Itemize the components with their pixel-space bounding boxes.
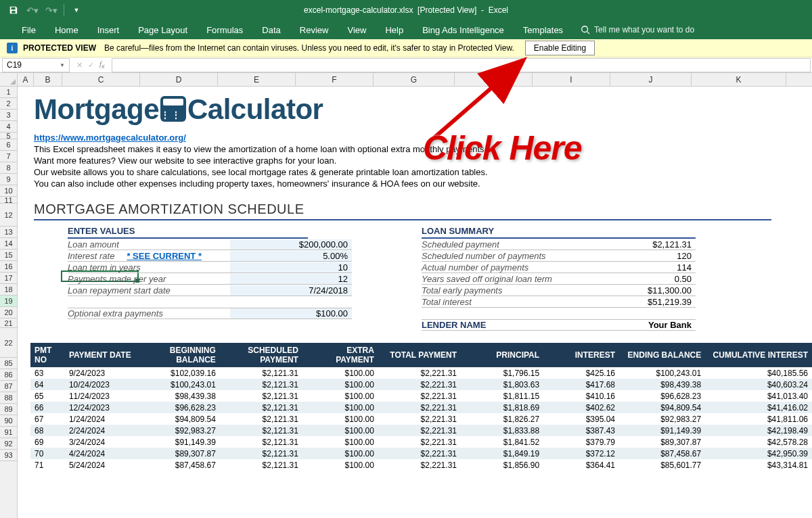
protected-label: PROTECTED VIEW xyxy=(23,43,96,53)
undo-icon[interactable]: ↶▾ xyxy=(24,2,41,18)
row-header-90[interactable]: 90 xyxy=(0,415,17,427)
cancel-icon[interactable]: ✕ xyxy=(76,61,83,70)
table-row[interactable]: 715/24/2024$87,458.67$2,121.31$100.00$2,… xyxy=(30,459,812,471)
row-header-89[interactable]: 89 xyxy=(0,404,17,415)
row-header-22[interactable]: 22 xyxy=(0,328,17,358)
col-header-J[interactable]: J xyxy=(610,73,692,86)
see-current-link[interactable]: * SEE CURRENT * xyxy=(127,251,202,261)
table-row[interactable]: 704/24/2024$89,307.87$2,121.31$100.00$2,… xyxy=(30,448,812,459)
col-header-E[interactable]: E xyxy=(218,73,296,86)
name-box[interactable]: C19▼ xyxy=(2,58,70,72)
qat-customize-icon[interactable]: ▼ xyxy=(68,2,85,18)
ribbon-tab-file[interactable]: File xyxy=(12,21,45,39)
summary-row-5: Total interest$51,219.39 xyxy=(422,296,696,308)
enable-editing-button[interactable]: Enable Editing xyxy=(525,41,595,55)
col-header-K[interactable]: K xyxy=(692,73,786,86)
row-header-16[interactable]: 16 xyxy=(0,261,17,273)
row-header-10[interactable]: 10 xyxy=(0,185,17,197)
col-header-A[interactable]: A xyxy=(18,73,34,86)
enter-row-0: Loan amount$200,000.00 xyxy=(68,239,352,250)
table-row[interactable]: 6410/24/2023$100,243.01$2,121.31$100.00$… xyxy=(30,379,812,390)
col-header-C[interactable]: C xyxy=(62,73,140,86)
table-row[interactable]: 6511/24/2023$98,439.38$2,121.31$100.00$2… xyxy=(30,390,812,402)
worksheet[interactable]: MortgageCalculator https://www.mortgagec… xyxy=(18,87,812,518)
row-header-87[interactable]: 87 xyxy=(0,381,17,392)
row-header-93[interactable]: 93 xyxy=(0,450,17,461)
ribbon-tab-view[interactable]: View xyxy=(338,21,376,39)
tell-me-search[interactable]: Tell me what you want to do xyxy=(581,25,694,34)
enter-row-4: Loan repayment start date7/24/2018 xyxy=(68,285,352,296)
row-header-20[interactable]: 20 xyxy=(0,307,17,319)
ribbon-tab-data[interactable]: Data xyxy=(252,21,290,39)
chevron-down-icon[interactable]: ▼ xyxy=(60,62,65,68)
row-header-3[interactable]: 3 xyxy=(0,110,17,121)
row-header-17[interactable]: 17 xyxy=(0,273,17,284)
formula-input[interactable] xyxy=(112,58,811,72)
row-header-14[interactable]: 14 xyxy=(0,238,17,250)
save-icon[interactable] xyxy=(5,2,22,18)
row-header-11[interactable]: 11 xyxy=(0,197,17,204)
col-header-B[interactable]: B xyxy=(34,73,62,86)
row-header-9[interactable]: 9 xyxy=(0,174,17,185)
ribbon-tab-home[interactable]: Home xyxy=(45,21,88,39)
col-header-F[interactable]: F xyxy=(296,73,374,86)
row-header-8[interactable]: 8 xyxy=(0,162,17,174)
fx-icon[interactable]: fx xyxy=(99,60,105,70)
title-bar: ↶▾ ↷▾ ▼ excel-mortgage-calculator.xlsx [… xyxy=(0,0,812,20)
row-header-13[interactable]: 13 xyxy=(0,227,17,238)
col-payment-date[interactable]: PAYMENT DATE xyxy=(65,343,137,367)
amortization-table: PMT NOPAYMENT DATEBEGINNING BALANCESCHED… xyxy=(30,343,812,471)
ribbon-tab-bing-ads-intelligence[interactable]: Bing Ads Intelligence xyxy=(413,21,514,39)
col-header-D[interactable]: D xyxy=(140,73,218,86)
col-total-payment[interactable]: TOTAL PAYMENT xyxy=(378,343,461,367)
quick-access-toolbar: ↶▾ ↷▾ ▼ xyxy=(0,2,85,18)
row-header-1[interactable]: 1 xyxy=(0,87,17,98)
ribbon-tab-templates[interactable]: Templates xyxy=(514,21,572,39)
col-header-I[interactable]: I xyxy=(533,73,610,86)
ribbon-tab-help[interactable]: Help xyxy=(376,21,413,39)
ribbon-tab-insert[interactable]: Insert xyxy=(88,21,129,39)
logo: MortgageCalculator xyxy=(34,93,812,126)
row-header-18[interactable]: 18 xyxy=(0,284,17,296)
enter-icon[interactable]: ✓ xyxy=(88,61,94,70)
ribbon-tab-review[interactable]: Review xyxy=(290,21,338,39)
table-row[interactable]: 693/24/2024$91,149.39$2,121.31$100.00$2,… xyxy=(30,436,812,448)
row-header-6[interactable]: 6 xyxy=(0,139,17,151)
row-header-21[interactable]: 21 xyxy=(0,319,17,328)
col-ending-balance[interactable]: ENDING BALANCE xyxy=(619,343,705,367)
row-header-2[interactable]: 2 xyxy=(0,98,17,110)
col-scheduled-payment[interactable]: SCHEDULED PAYMENT xyxy=(220,343,302,367)
redo-icon[interactable]: ↷▾ xyxy=(43,2,60,18)
ribbon-tab-formulas[interactable]: Formulas xyxy=(197,21,252,39)
col-beginning-balance[interactable]: BEGINNING BALANCE xyxy=(137,343,220,367)
protected-view-bar: i PROTECTED VIEW Be careful—files from t… xyxy=(0,39,812,57)
table-row[interactable]: 671/24/2024$94,809.54$2,121.31$100.00$2,… xyxy=(30,413,812,425)
col-header-H[interactable]: H xyxy=(455,73,533,86)
col-header-G[interactable]: G xyxy=(374,73,455,86)
row-header-15[interactable]: 15 xyxy=(0,250,17,261)
row-header-7[interactable]: 7 xyxy=(0,151,17,162)
table-row[interactable]: 639/24/2023$102,039.16$2,121.31$100.00$2… xyxy=(30,367,812,379)
col-extra-payment[interactable]: EXTRA PAYMENT xyxy=(302,343,378,367)
protected-message: Be careful—files from the Internet can c… xyxy=(104,43,514,53)
enter-values-header: ENTER VALUES xyxy=(68,226,308,239)
col-principal[interactable]: PRINCIPAL xyxy=(461,343,543,367)
row-header-88[interactable]: 88 xyxy=(0,392,17,404)
row-header-86[interactable]: 86 xyxy=(0,369,17,381)
row-header-85[interactable]: 85 xyxy=(0,358,17,369)
col-interest[interactable]: INTEREST xyxy=(543,343,619,367)
col-pmt-no[interactable]: PMT NO xyxy=(30,343,65,367)
row-header-5[interactable]: 5 xyxy=(0,133,17,139)
ribbon-tab-page-layout[interactable]: Page Layout xyxy=(129,21,197,39)
table-row[interactable]: 682/24/2024$92,983.27$2,121.31$100.00$2,… xyxy=(30,425,812,436)
website-link[interactable]: https://www.mortgagecalculator.org/ xyxy=(34,133,186,143)
col-cumulative-interest[interactable]: CUMULATIVE INTEREST xyxy=(705,343,812,367)
row-header-4[interactable]: 4 xyxy=(0,121,17,133)
row-header-91[interactable]: 91 xyxy=(0,427,17,438)
row-header-19[interactable]: 19 xyxy=(0,296,17,307)
lender-name-row: LENDER NAME Your Bank xyxy=(422,319,696,331)
row-header-12[interactable]: 12 xyxy=(0,204,17,227)
select-all-triangle[interactable] xyxy=(0,73,18,86)
table-row[interactable]: 6612/24/2023$96,628.23$2,121.31$100.00$2… xyxy=(30,402,812,413)
row-header-92[interactable]: 92 xyxy=(0,438,17,450)
